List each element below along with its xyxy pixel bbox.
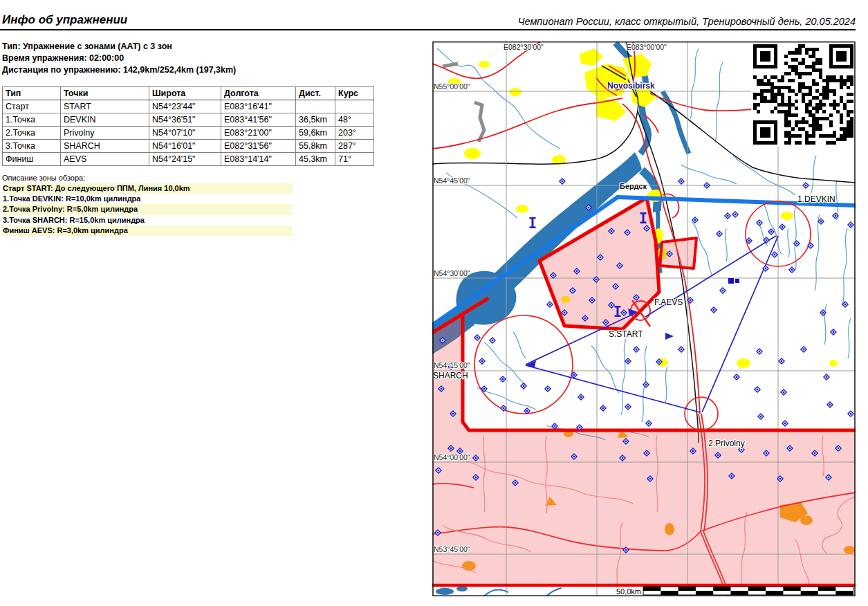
lat-label: N54°00'00" [434, 453, 470, 461]
table-row: СтартSTARTN54°23'44"E083°16'41" [3, 100, 374, 113]
lon-label: E083°00'00" [627, 43, 667, 51]
col-points: Точки [61, 87, 149, 100]
contest-subtitle: Чемпионат России, класс открытый, Тренир… [518, 16, 856, 27]
table-row: 2.ТочкаPrivolnyN54°07'10"E083°21'00"59,6… [3, 127, 374, 140]
city-label-novosibirsk: Novosibirsk [607, 81, 655, 91]
lat-label: N54°15'00" [434, 361, 470, 369]
scale-bar [643, 587, 853, 595]
scale-label: 50,0km [616, 587, 641, 596]
zone-item-start: Старт START: До следующего ППМ, Линия 10… [2, 183, 293, 194]
lat-label: N54°45'00" [434, 176, 470, 185]
col-type: Тип [3, 87, 61, 100]
lat-label: N54°30'00" [434, 269, 470, 277]
task-time-line: Время упражнения: 02:00:00 [2, 53, 124, 63]
col-longitude: Долгота [221, 87, 296, 100]
zone-item-finish: Финиш AEVS: R=3,0km цилиндра [2, 226, 293, 236]
table-row: 1.ТочкаDEVKINN54°36'51"E083°41'56"36,5km… [3, 113, 374, 127]
task-label-sharch: SHARCH [433, 371, 468, 380]
lat-label: N55°00'00" [434, 82, 470, 91]
observation-zone-description: Описание зоны обзора: Старт START: До сл… [2, 173, 293, 236]
lon-label: E082°30'00" [504, 43, 544, 51]
waypoint-table: Тип Точки Широта Долгота Дист. Курс Стар… [2, 86, 374, 166]
qr-code [751, 42, 856, 147]
col-latitude: Широта [149, 87, 221, 100]
task-type-line: Тип: Упражнение с зонами (AAT) с 3 зон [2, 42, 172, 51]
task-map: E082°30'00" E083°00'00" N55°00'00" N54°4… [432, 42, 856, 596]
landmark-squares [728, 278, 739, 284]
task-distance-line: Дистанция по упражнению: 142,9km/252,4km… [2, 65, 236, 75]
city-label-berdsk: Бердск [620, 182, 647, 190]
task-label-start: S.START [609, 329, 643, 339]
task-label-privolny: 2.Privolny [708, 439, 745, 448]
zone-item-point1: 1.Точка DEVKIN: R=10,0km цилиндра [2, 194, 293, 204]
col-course: Курс [335, 87, 374, 100]
page-title: Инфо об упражнении [2, 13, 127, 27]
zone-item-point3: 3.Точка SHARCH: R=15,0km цилиндра [2, 215, 293, 226]
task-label-finish: F.AEVS [654, 297, 683, 307]
table-row: ФинишAEVSN54°24'15"E083°14'14"45,3km71° [3, 153, 374, 166]
gray-roads [443, 64, 484, 142]
task-info-sheet: { "header": { "title": "Инфо об упражнен… [0, 0, 868, 606]
table-row: 3.ТочкаSHARCHN54°16'01"E082°31'56"55,8km… [3, 140, 374, 153]
table-header-row: Тип Точки Широта Долгота Дист. Курс [3, 87, 374, 100]
header-rule [0, 29, 856, 30]
col-distance: Дист. [296, 87, 335, 100]
zone-item-point2: 2.Точка Privolny: R=5,0km цилиндра [2, 204, 293, 214]
lat-label: N53°45'00" [434, 545, 470, 553]
restricted-airspace-fill [432, 198, 856, 585]
zone-description-heading: Описание зоны обзора: [2, 173, 293, 183]
task-label-devkin: 1.DEVKIN [797, 194, 835, 204]
